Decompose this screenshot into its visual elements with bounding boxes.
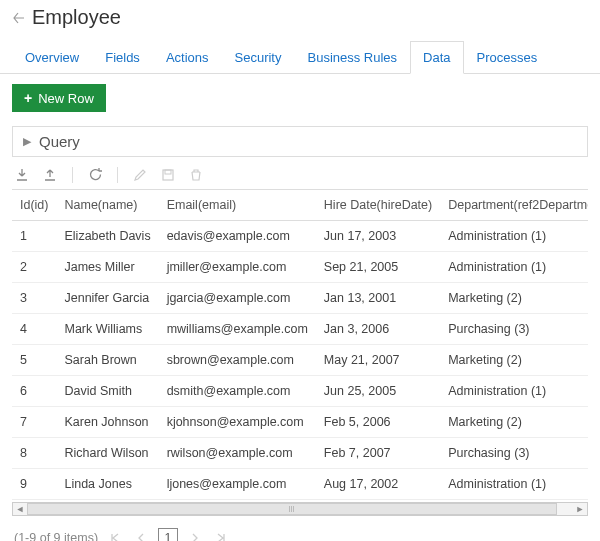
- table-row[interactable]: 7Karen Johnsonkjohnson@example.comFeb 5,…: [12, 407, 588, 438]
- tab-security[interactable]: Security: [222, 41, 295, 74]
- cell-hire: Jun 25, 2005: [316, 376, 440, 407]
- cell-name: Elizabeth Davis: [56, 221, 158, 252]
- cell-dept: Purchasing (3): [440, 314, 588, 345]
- tab-actions[interactable]: Actions: [153, 41, 222, 74]
- cell-hire: Sep 21, 2005: [316, 252, 440, 283]
- cell-name: Sarah Brown: [56, 345, 158, 376]
- divider: [117, 167, 118, 183]
- back-icon[interactable]: [12, 11, 26, 25]
- tab-overview[interactable]: Overview: [12, 41, 92, 74]
- tab-business-rules[interactable]: Business Rules: [294, 41, 410, 74]
- cell-dept: Purchasing (3): [440, 438, 588, 469]
- cell-hire: May 21, 2007: [316, 345, 440, 376]
- cell-id: 9: [12, 469, 56, 500]
- tab-data[interactable]: Data: [410, 41, 463, 74]
- cell-name: James Miller: [56, 252, 158, 283]
- cell-dept: Marketing (2): [440, 345, 588, 376]
- cell-hire: Jun 17, 2003: [316, 221, 440, 252]
- cell-dept: Administration (1): [440, 469, 588, 500]
- horizontal-scrollbar[interactable]: ◄ ►: [12, 502, 588, 516]
- scroll-left-icon[interactable]: ◄: [13, 503, 27, 515]
- divider: [72, 167, 73, 183]
- upload-icon[interactable]: [42, 167, 58, 183]
- table-row[interactable]: 9Linda Jonesljones@example.comAug 17, 20…: [12, 469, 588, 500]
- first-page-icon: [106, 529, 124, 541]
- toolbar: + New Row: [0, 74, 600, 122]
- download-icon[interactable]: [14, 167, 30, 183]
- cell-hire: Feb 5, 2006: [316, 407, 440, 438]
- cell-id: 8: [12, 438, 56, 469]
- cell-email: ljones@example.com: [159, 469, 316, 500]
- edit-icon: [132, 167, 148, 183]
- cell-hire: Jan 3, 2006: [316, 314, 440, 345]
- plus-icon: +: [24, 90, 32, 106]
- tab-fields[interactable]: Fields: [92, 41, 153, 74]
- table-row[interactable]: 6David Smithdsmith@example.comJun 25, 20…: [12, 376, 588, 407]
- cell-name: David Smith: [56, 376, 158, 407]
- query-label: Query: [39, 133, 80, 150]
- page-header: Employee: [0, 0, 600, 33]
- expand-icon: ▶: [23, 135, 31, 148]
- tabs: Overview Fields Actions Security Busines…: [0, 41, 600, 74]
- scroll-right-icon[interactable]: ►: [573, 503, 587, 515]
- table-row[interactable]: 1Elizabeth Davisedavis@example.comJun 17…: [12, 221, 588, 252]
- query-panel[interactable]: ▶ Query: [12, 126, 588, 157]
- cell-id: 1: [12, 221, 56, 252]
- header-row: Id(id) Name(name) Email(email) Hire Date…: [12, 190, 588, 221]
- cell-id: 7: [12, 407, 56, 438]
- table-row[interactable]: 5Sarah Brownsbrown@example.comMay 21, 20…: [12, 345, 588, 376]
- svg-rect-1: [165, 170, 171, 174]
- tab-processes[interactable]: Processes: [464, 41, 551, 74]
- cell-dept: Administration (1): [440, 252, 588, 283]
- cell-id: 6: [12, 376, 56, 407]
- col-hire-date[interactable]: Hire Date(hireDate): [316, 190, 440, 221]
- save-icon: [160, 167, 176, 183]
- scroll-thumb[interactable]: [27, 503, 557, 515]
- data-grid: Id(id) Name(name) Email(email) Hire Date…: [12, 189, 588, 500]
- cell-id: 5: [12, 345, 56, 376]
- col-name[interactable]: Name(name): [56, 190, 158, 221]
- delete-icon: [188, 167, 204, 183]
- current-page[interactable]: 1: [158, 528, 178, 541]
- table-row[interactable]: 8Richard Wilsonrwilson@example.comFeb 7,…: [12, 438, 588, 469]
- cell-hire: Aug 17, 2002: [316, 469, 440, 500]
- cell-dept: Administration (1): [440, 376, 588, 407]
- cell-email: rwilson@example.com: [159, 438, 316, 469]
- col-id[interactable]: Id(id): [12, 190, 56, 221]
- new-row-button[interactable]: + New Row: [12, 84, 106, 112]
- cell-email: mwilliams@example.com: [159, 314, 316, 345]
- cell-dept: Administration (1): [440, 221, 588, 252]
- cell-hire: Jan 13, 2001: [316, 283, 440, 314]
- cell-email: sbrown@example.com: [159, 345, 316, 376]
- cell-name: Karen Johnson: [56, 407, 158, 438]
- table-row[interactable]: 4Mark Williamsmwilliams@example.comJan 3…: [12, 314, 588, 345]
- prev-page-icon: [132, 529, 150, 541]
- last-page-icon: [212, 529, 230, 541]
- cell-id: 2: [12, 252, 56, 283]
- cell-dept: Marketing (2): [440, 283, 588, 314]
- cell-name: Jennifer Garcia: [56, 283, 158, 314]
- cell-email: jgarcia@example.com: [159, 283, 316, 314]
- new-row-label: New Row: [38, 91, 94, 106]
- scroll-track[interactable]: [27, 503, 573, 515]
- page-title: Employee: [32, 6, 121, 29]
- col-email[interactable]: Email(email): [159, 190, 316, 221]
- cell-dept: Marketing (2): [440, 407, 588, 438]
- grid-wrap: Id(id) Name(name) Email(email) Hire Date…: [12, 189, 588, 500]
- cell-hire: Feb 7, 2007: [316, 438, 440, 469]
- cell-email: kjohnson@example.com: [159, 407, 316, 438]
- cell-id: 3: [12, 283, 56, 314]
- next-page-icon: [186, 529, 204, 541]
- grid-toolbar: [0, 161, 600, 189]
- refresh-icon[interactable]: [87, 167, 103, 183]
- cell-id: 4: [12, 314, 56, 345]
- cell-email: jmiller@example.com: [159, 252, 316, 283]
- cell-name: Mark Williams: [56, 314, 158, 345]
- col-department[interactable]: Department(ref2Department): [440, 190, 588, 221]
- table-row[interactable]: 3Jennifer Garciajgarcia@example.comJan 1…: [12, 283, 588, 314]
- cell-email: edavis@example.com: [159, 221, 316, 252]
- cell-email: dsmith@example.com: [159, 376, 316, 407]
- table-row[interactable]: 2James Millerjmiller@example.comSep 21, …: [12, 252, 588, 283]
- pager-summary: (1-9 of 9 items): [14, 531, 98, 541]
- cell-name: Linda Jones: [56, 469, 158, 500]
